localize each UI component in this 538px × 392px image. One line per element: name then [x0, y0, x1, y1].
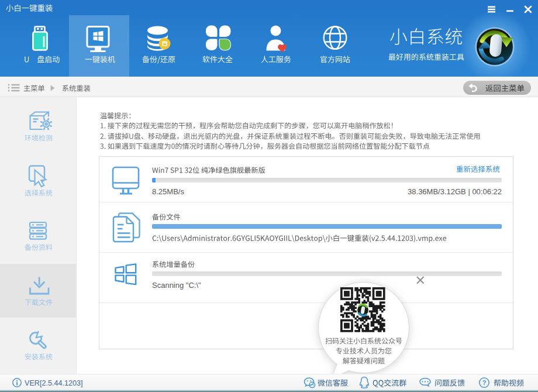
svg-text:?: ?	[482, 379, 486, 386]
